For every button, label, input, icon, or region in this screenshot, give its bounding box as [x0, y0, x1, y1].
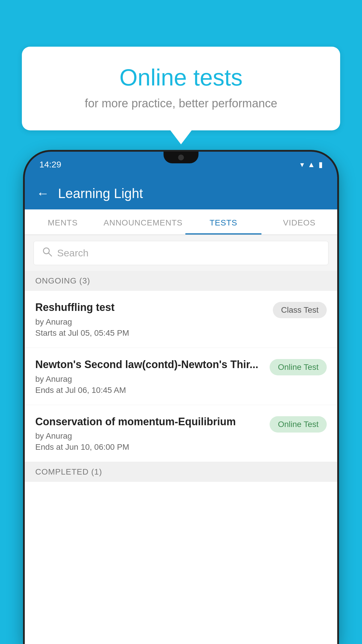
bubble-subtitle: for more practice, better performance [45, 97, 317, 110]
status-bar: 14:29 ▾ ▲ ▮ [25, 152, 337, 177]
test-item[interactable]: Newton's Second law(contd)-Newton's Thir… [25, 348, 337, 405]
battery-icon: ▮ [319, 160, 323, 169]
tab-videos[interactable]: VIDEOS [261, 209, 337, 235]
tab-ments[interactable]: MENTS [25, 209, 101, 235]
camera-lens [178, 155, 184, 160]
wifi-icon: ▾ [300, 160, 304, 169]
test-badge-class: Class Test [273, 302, 327, 318]
signal-icon: ▲ [307, 160, 315, 169]
tab-tests[interactable]: TESTS [185, 209, 261, 235]
phone-notch [164, 152, 198, 163]
test-info: Newton's Second law(contd)-Newton's Thir… [35, 358, 264, 395]
search-container: Search [25, 235, 337, 271]
status-time: 14:29 [39, 160, 61, 169]
test-name: Newton's Second law(contd)-Newton's Thir… [35, 358, 264, 372]
status-icons: ▾ ▲ ▮ [300, 160, 323, 169]
search-placeholder: Search [57, 247, 89, 259]
test-name: Reshuffling test [35, 301, 267, 314]
app-header: ← Learning Light [25, 177, 337, 209]
svg-line-1 [49, 253, 52, 256]
test-info: Conservation of momentum-Equilibrium by … [35, 415, 264, 452]
test-date: Ends at Jul 06, 10:45 AM [35, 386, 264, 395]
test-date: Ends at Jun 10, 06:00 PM [35, 442, 264, 452]
tab-announcements[interactable]: ANNOUNCEMENTS [101, 209, 185, 235]
test-author: by Anurag [35, 374, 264, 384]
test-item[interactable]: Reshuffling test by Anurag Starts at Jul… [25, 291, 337, 348]
phone-screen: ← Learning Light MENTS ANNOUNCEMENTS TES… [25, 177, 337, 644]
ongoing-section-header: ONGOING (3) [25, 271, 337, 291]
back-button[interactable]: ← [36, 186, 49, 201]
test-badge-online: Online Test [270, 359, 327, 375]
test-author: by Anurag [35, 431, 264, 441]
test-badge-online-2: Online Test [270, 416, 327, 433]
test-author: by Anurag [35, 317, 267, 327]
test-name: Conservation of momentum-Equilibrium [35, 415, 264, 429]
test-list: Reshuffling test by Anurag Starts at Jul… [25, 291, 337, 462]
search-icon [42, 246, 52, 260]
search-bar[interactable]: Search [34, 241, 328, 265]
speech-bubble: Online tests for more practice, better p… [22, 47, 340, 130]
phone-frame: 14:29 ▾ ▲ ▮ ← Learning Light MENTS ANNOU… [25, 152, 337, 644]
completed-section-header: COMPLETED (1) [25, 462, 337, 482]
test-date: Starts at Jul 05, 05:45 PM [35, 328, 267, 338]
tabs-bar: MENTS ANNOUNCEMENTS TESTS VIDEOS [25, 209, 337, 235]
app-title: Learning Light [58, 186, 143, 201]
bubble-title: Online tests [45, 64, 317, 91]
test-item[interactable]: Conservation of momentum-Equilibrium by … [25, 405, 337, 462]
test-info: Reshuffling test by Anurag Starts at Jul… [35, 301, 267, 338]
